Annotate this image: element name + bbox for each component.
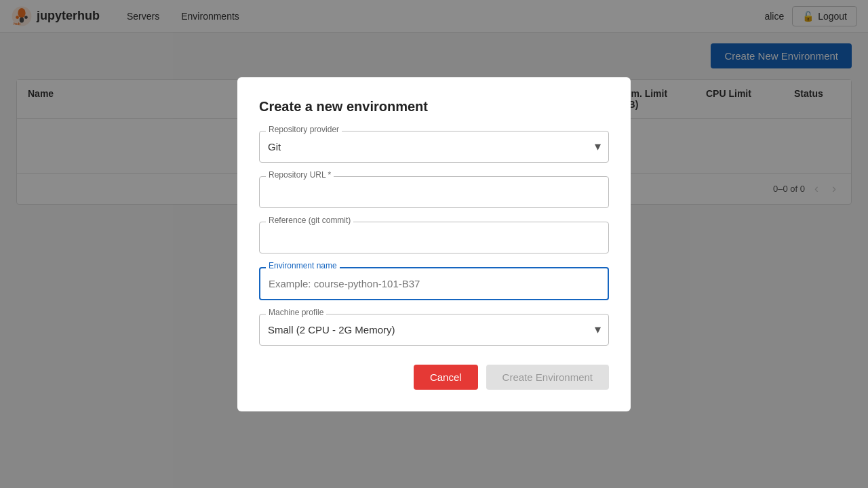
repo-provider-label: Repository provider — [266, 125, 342, 134]
dialog-actions: Cancel Create Environment — [259, 365, 609, 390]
env-name-input[interactable] — [259, 267, 609, 300]
repo-provider-select[interactable]: Git GitHub GitLab — [259, 131, 609, 163]
repo-url-group: Repository URL * — [259, 176, 609, 208]
dialog-title: Create a new environment — [259, 99, 609, 115]
env-name-group: Environment name — [259, 267, 609, 300]
repo-provider-select-wrapper: Git GitHub GitLab ▾ — [259, 131, 609, 163]
cancel-button[interactable]: Cancel — [414, 365, 478, 390]
machine-profile-select-wrapper: Small (2 CPU - 2G Memory) Medium (4 CPU … — [259, 314, 609, 346]
reference-label: Reference (git commit) — [266, 216, 353, 225]
machine-profile-group: Machine profile Small (2 CPU - 2G Memory… — [259, 314, 609, 346]
repo-provider-group: Repository provider Git GitHub GitLab ▾ — [259, 131, 609, 163]
env-name-label: Environment name — [266, 261, 340, 270]
create-environment-dialog: Create a new environment Repository prov… — [237, 77, 631, 411]
reference-group: Reference (git commit) — [259, 222, 609, 253]
repo-url-input[interactable] — [259, 176, 609, 208]
machine-profile-label: Machine profile — [266, 308, 326, 317]
reference-input[interactable] — [259, 222, 609, 253]
modal-overlay: Create a new environment Repository prov… — [0, 0, 868, 488]
machine-profile-select[interactable]: Small (2 CPU - 2G Memory) Medium (4 CPU … — [259, 314, 609, 346]
repo-url-label: Repository URL * — [266, 170, 334, 180]
create-environment-button: Create Environment — [486, 365, 609, 390]
